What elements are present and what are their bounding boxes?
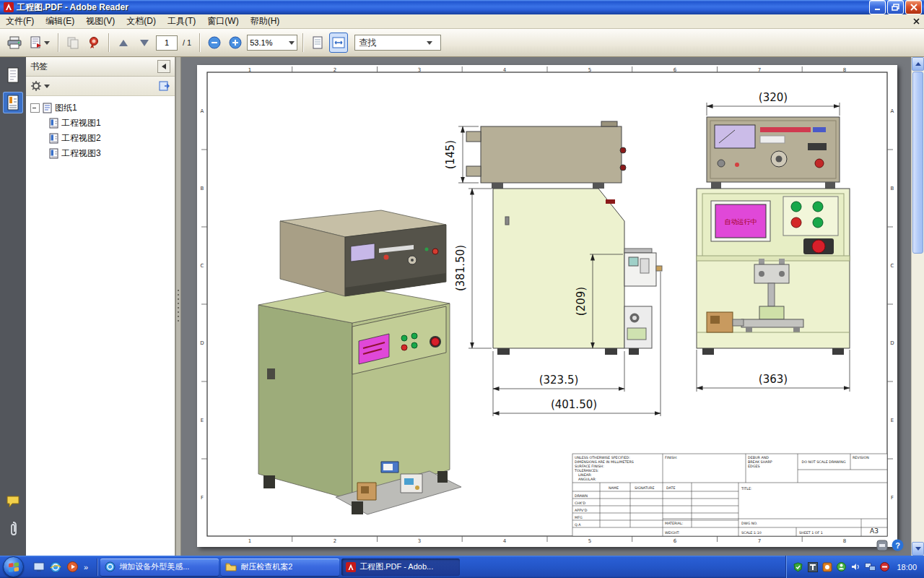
svg-text:8: 8 — [843, 538, 846, 544]
network-icon[interactable] — [865, 561, 876, 572]
start-button[interactable] — [3, 556, 24, 577]
options-caret-icon[interactable] — [44, 85, 50, 88]
taskbar-task-browser[interactable]: 增加设备外型美感... — [100, 558, 219, 576]
taskbar-clock[interactable]: 18:00 — [897, 563, 917, 571]
page-number-input[interactable] — [156, 35, 178, 51]
vertical-scrollbar[interactable] — [911, 57, 924, 556]
taskbar-task-folder[interactable]: 耐压检查机案2 — [221, 558, 339, 576]
scroll-down-button[interactable] — [912, 542, 924, 556]
bookmark-item-row[interactable]: 工程视图3 — [30, 146, 175, 161]
bookmarks-panel-header: 书签 — [26, 57, 175, 77]
main-area: 书签 图纸1 工程视图1 — [0, 57, 924, 556]
bookmark-item-row[interactable]: 工程视图1 — [30, 116, 175, 131]
svg-text:6: 6 — [674, 67, 677, 73]
scrollbar-thumb[interactable] — [912, 72, 923, 254]
menu-help[interactable]: 帮助(H) — [245, 14, 286, 29]
bookmark-label[interactable]: 工程视图3 — [61, 147, 101, 160]
menu-edit[interactable]: 编辑(E) — [40, 14, 80, 29]
svg-text:(401.50): (401.50) — [551, 398, 597, 411]
svg-text:DIMENSIONS ARE IN MILLIMETERS: DIMENSIONS ARE IN MILLIMETERS — [575, 460, 634, 464]
taskbar-divider — [97, 558, 97, 576]
quick-launch-overflow[interactable]: » — [82, 563, 90, 571]
save-copy-button[interactable] — [27, 33, 53, 53]
menubar: 文件(F) 编辑(E) 视图(V) 文档(D) 工具(T) 窗口(W) 帮助(H… — [0, 14, 924, 29]
panel-meter — [715, 125, 755, 148]
close-document-icon[interactable] — [913, 18, 924, 25]
bookmarks-panel-button[interactable] — [3, 92, 23, 113]
graphics-settings-icon[interactable] — [821, 561, 832, 572]
media-player-icon[interactable] — [66, 561, 79, 574]
previous-page-button[interactable] — [114, 33, 133, 53]
scrolling-mode-button[interactable] — [308, 33, 327, 53]
expand-bookmark-icon[interactable] — [159, 80, 170, 92]
comments-panel-button[interactable] — [3, 491, 23, 512]
bookmark-label[interactable]: 工程视图2 — [61, 132, 101, 144]
svg-text:(323.5): (323.5) — [539, 374, 579, 387]
svg-text:EDGES: EDGES — [748, 465, 760, 468]
bookmark-item-row[interactable]: 工程视图2 — [30, 131, 175, 146]
internet-explorer-icon[interactable] — [49, 561, 62, 574]
svg-text:8: 8 — [843, 67, 846, 73]
collapse-expander-icon[interactable] — [30, 103, 40, 113]
copy-button[interactable] — [64, 33, 82, 53]
toolbar-separator — [199, 33, 200, 52]
svg-text:DRAWN: DRAWN — [575, 494, 588, 498]
restore-button[interactable] — [887, 0, 904, 14]
ime-language-icon[interactable] — [807, 561, 818, 572]
zoom-in-button[interactable] — [226, 33, 245, 53]
bookmark-root-row[interactable]: 图纸1 — [30, 100, 175, 116]
collapse-arrow-icon — [162, 64, 166, 69]
page-total-label: / 1 — [180, 38, 194, 47]
next-page-button[interactable] — [135, 33, 154, 53]
panel-splitter[interactable] — [175, 57, 181, 556]
svg-text:DO NOT SCALE DRAWING: DO NOT SCALE DRAWING — [801, 460, 845, 464]
svg-text:4: 4 — [503, 538, 507, 544]
svg-text:ANGULAR:: ANGULAR: — [578, 478, 596, 481]
svg-text:WEIGHT:: WEIGHT: — [665, 531, 680, 535]
pdf-page: 12345678 12345678 ABCDEF ABCDEF — [197, 65, 897, 547]
menu-window[interactable]: 窗口(W) — [201, 14, 244, 29]
find-input[interactable] — [357, 37, 424, 48]
svg-text:FINISH:: FINISH: — [665, 456, 678, 460]
sign-button[interactable] — [84, 33, 103, 53]
menu-tools[interactable]: 工具(T) — [162, 14, 201, 29]
arrow-up-icon — [119, 40, 128, 46]
minimize-button[interactable] — [869, 0, 886, 14]
arrow-down-icon — [140, 40, 149, 46]
find-options-caret[interactable] — [427, 41, 432, 45]
splitter-grip — [178, 290, 179, 323]
svg-text:C: C — [891, 263, 894, 269]
menu-file[interactable]: 文件(F) — [0, 14, 40, 29]
svg-text:SIGNATURE: SIGNATURE — [635, 486, 654, 490]
titlebar[interactable]: 工程图.PDF - Adobe Reader — [0, 0, 924, 14]
acrobat-tools-icon[interactable] — [876, 540, 888, 551]
svg-text:TOLERANCES:: TOLERANCES: — [574, 469, 599, 473]
bookmarks-tree: 图纸1 工程视图1 工程视图2 工程视图3 — [26, 96, 175, 556]
document-area[interactable]: 12345678 12345678 ABCDEF ABCDEF — [181, 57, 911, 556]
antivirus-icon[interactable] — [879, 561, 890, 572]
taskbar-task-pdf[interactable]: 工程图.PDF - Adob... — [341, 558, 460, 576]
svg-text:(209): (209) — [575, 287, 588, 316]
attachments-panel-button[interactable] — [3, 518, 23, 540]
pages-panel-button[interactable] — [3, 64, 23, 86]
adobe-reader-icon — [4, 2, 14, 12]
bookmark-label[interactable]: 图纸1 — [55, 102, 77, 114]
gear-icon[interactable] — [30, 80, 42, 92]
menu-document[interactable]: 文档(D) — [121, 14, 162, 29]
close-button[interactable] — [905, 0, 922, 14]
bookmark-label[interactable]: 工程视图1 — [61, 117, 101, 129]
collapse-panel-button[interactable] — [157, 60, 170, 73]
print-button[interactable] — [4, 33, 25, 53]
messenger-icon[interactable] — [836, 561, 847, 572]
show-desktop-icon[interactable] — [32, 561, 45, 574]
zoom-out-button[interactable] — [205, 33, 224, 53]
internet-explorer-icon — [105, 561, 116, 572]
help-icon[interactable]: ? — [892, 539, 904, 551]
fit-width-button[interactable] — [329, 33, 348, 53]
scroll-up-button[interactable] — [912, 57, 924, 71]
security-shield-icon[interactable] — [793, 561, 803, 572]
menu-view[interactable]: 视图(V) — [80, 14, 121, 29]
zoom-level-select[interactable]: 53.1% — [247, 35, 297, 51]
svg-text:A: A — [201, 108, 204, 114]
volume-icon[interactable] — [850, 561, 861, 572]
